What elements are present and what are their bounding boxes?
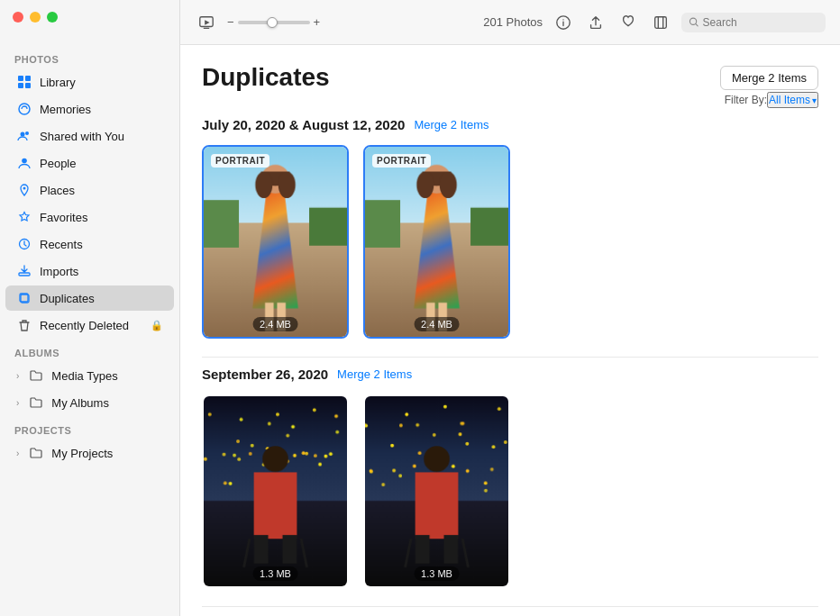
- svg-point-4: [19, 104, 30, 114]
- title-filter-row: Duplicates Merge 2 Items: [202, 63, 818, 92]
- slider-track[interactable]: [238, 21, 310, 24]
- svg-rect-2: [18, 83, 23, 88]
- chevron-right-icon: ›: [16, 371, 19, 381]
- search-input[interactable]: [703, 16, 818, 29]
- sidebar-item-recents[interactable]: Recents: [5, 231, 174, 257]
- svg-point-17: [562, 19, 563, 20]
- traffic-lights: [13, 12, 58, 23]
- sidebar-item-my-albums[interactable]: › My Albums: [5, 390, 174, 415]
- sidebar-section-albums: Albums: [0, 339, 179, 362]
- sidebar-item-people[interactable]: People: [5, 150, 174, 176]
- filter-row: Filter By: All Items ▾: [202, 92, 818, 108]
- merge-2-items-button[interactable]: Merge 2 Items: [720, 66, 818, 90]
- divider-1: [202, 357, 818, 358]
- portrait-badge-0-1: PORTRAIT: [372, 154, 431, 168]
- photo-item-0-1[interactable]: PORTRAIT 2.4 MB: [363, 145, 510, 339]
- photo-size-0-1: 2.4 MB: [414, 317, 460, 331]
- photos-grid-1: 1.3 MB 1.3 MB: [202, 394, 818, 588]
- photo-canvas-0-1: [365, 147, 508, 337]
- minimize-button[interactable]: [30, 12, 41, 23]
- sidebar-item-recently-deleted[interactable]: Recently Deleted 🔒: [5, 313, 174, 338]
- filter-prefix: Filter By:: [725, 94, 767, 106]
- photo-canvas-0-0: [204, 147, 347, 337]
- photo-item-1-0[interactable]: 1.3 MB: [202, 394, 349, 588]
- sidebar-item-my-projects[interactable]: › My Projects: [5, 440, 174, 466]
- sidebar-item-memories-label: Memories: [40, 103, 91, 116]
- page-title: Duplicates: [202, 63, 330, 92]
- sidebar-item-library[interactable]: Library: [5, 69, 174, 95]
- search-box[interactable]: [681, 13, 826, 32]
- photo-group-1: September 26, 2020 Merge 2 Items 1.3 MB …: [202, 367, 818, 588]
- zoom-slider[interactable]: − +: [227, 15, 320, 29]
- close-button[interactable]: [13, 12, 23, 23]
- favorites-button[interactable]: [616, 11, 640, 34]
- chevron-down-icon: ▾: [812, 95, 817, 105]
- photo-size-1-0: 1.3 MB: [252, 566, 298, 581]
- sidebar-item-imports-label: Imports: [40, 265, 78, 278]
- sidebar-section-photos: Photos: [0, 45, 179, 68]
- zoom-plus: +: [314, 15, 321, 29]
- sidebar: Photos Library Memories Shared with You …: [0, 0, 180, 616]
- sidebar-item-library-label: Library: [40, 76, 76, 89]
- photo-count: 201 Photos: [483, 15, 543, 29]
- folder-icon-2: [28, 394, 44, 411]
- sidebar-item-places-label: Places: [40, 184, 75, 197]
- sidebar-item-favorites-label: Favorites: [40, 211, 87, 224]
- zoom-minus: −: [227, 15, 234, 29]
- maximize-button[interactable]: [47, 12, 58, 23]
- sidebar-item-favorites[interactable]: Favorites: [5, 204, 174, 230]
- svg-point-5: [21, 132, 25, 137]
- photo-item-0-0[interactable]: PORTRAIT 2.4 MB: [202, 145, 349, 339]
- shared-icon: [16, 128, 32, 144]
- svg-rect-1: [25, 76, 31, 81]
- sidebar-section-projects: Projects: [0, 416, 179, 439]
- share-button[interactable]: [584, 11, 607, 34]
- sidebar-item-people-label: People: [40, 157, 76, 170]
- photo-item-1-1[interactable]: 1.3 MB: [363, 394, 510, 588]
- info-button[interactable]: [552, 11, 575, 34]
- trash-icon: [16, 317, 32, 333]
- section-header-1: September 26, 2020 Merge 2 Items: [202, 367, 818, 382]
- svg-point-8: [23, 187, 26, 190]
- svg-rect-18: [655, 16, 667, 28]
- section-header-0: July 20, 2020 & August 12, 2020 Merge 2 …: [202, 117, 818, 132]
- duplicates-icon: [16, 290, 32, 306]
- svg-marker-14: [205, 20, 209, 24]
- merge-link-1[interactable]: Merge 2 Items: [337, 367, 412, 381]
- sidebar-item-shared-with-you[interactable]: Shared with You: [5, 123, 174, 149]
- content-area: Duplicates Merge 2 Items Filter By: All …: [180, 45, 840, 616]
- filter-dropdown[interactable]: All Items ▾: [767, 92, 818, 108]
- svg-rect-0: [18, 76, 23, 81]
- slideshow-button[interactable]: [195, 11, 218, 34]
- svg-rect-3: [25, 83, 31, 88]
- section-date-0: July 20, 2020 & August 12, 2020: [202, 117, 405, 132]
- folder-icon: [28, 367, 44, 384]
- photo-grid-icon: [16, 74, 32, 90]
- photo-canvas-1-1: [365, 396, 508, 586]
- portrait-badge-0-0: PORTRAIT: [211, 154, 269, 168]
- memories-icon: [16, 101, 32, 117]
- search-icon: [689, 16, 699, 28]
- photo-size-0-0: 2.4 MB: [252, 317, 298, 331]
- rotate-button[interactable]: [649, 11, 672, 34]
- imports-icon: [16, 263, 32, 279]
- slider-thumb: [267, 17, 278, 28]
- divider-2: [202, 606, 818, 607]
- merge-link-0[interactable]: Merge 2 Items: [414, 118, 488, 131]
- sidebar-item-memories[interactable]: Memories: [5, 96, 174, 122]
- photo-group-0: July 20, 2020 & August 12, 2020 Merge 2 …: [202, 117, 818, 339]
- toolbar-left: [195, 11, 218, 34]
- section-date-1: September 26, 2020: [202, 367, 328, 382]
- lock-icon: 🔒: [151, 320, 163, 331]
- sidebar-item-media-types-label: Media Types: [51, 369, 117, 383]
- filter-value: All Items: [769, 94, 810, 106]
- sidebar-item-duplicates[interactable]: Duplicates: [5, 285, 174, 311]
- sidebar-item-imports[interactable]: Imports: [5, 258, 174, 284]
- sidebar-item-recents-label: Recents: [40, 238, 83, 251]
- recents-icon: [16, 236, 32, 252]
- toolbar: − + 201 Photos: [180, 0, 840, 45]
- sidebar-item-my-albums-label: My Albums: [51, 396, 109, 410]
- sidebar-item-shared-label: Shared with You: [40, 130, 124, 143]
- sidebar-item-media-types[interactable]: › Media Types: [5, 363, 174, 388]
- sidebar-item-places[interactable]: Places: [5, 177, 174, 203]
